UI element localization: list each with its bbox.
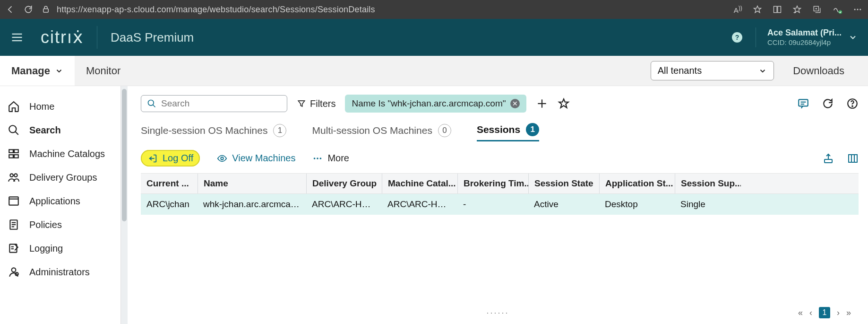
help-icon[interactable] bbox=[846, 97, 859, 110]
more-icon[interactable] bbox=[853, 5, 862, 14]
address-bar[interactable]: https://xenapp-ap-s.cloud.com/manage/web… bbox=[42, 5, 725, 15]
svg-rect-16 bbox=[9, 149, 13, 153]
tab-single-session[interactable]: Single-session OS Machines 1 bbox=[141, 124, 286, 141]
logoff-icon bbox=[147, 153, 158, 164]
sidebar-item-machine-catalogs[interactable]: Machine Catalogs bbox=[0, 142, 120, 166]
svg-rect-1 bbox=[774, 6, 777, 12]
tab-sessions[interactable]: Sessions 1 bbox=[477, 123, 539, 141]
star-icon[interactable] bbox=[558, 97, 570, 110]
logging-icon bbox=[8, 242, 20, 254]
pager-prev[interactable]: ‹ bbox=[809, 308, 812, 318]
add-icon[interactable] bbox=[536, 97, 548, 110]
tab-multi-session[interactable]: Multi-session OS Machines 0 bbox=[312, 124, 451, 141]
svg-point-46 bbox=[320, 158, 322, 159]
svg-point-20 bbox=[10, 174, 13, 177]
pager: ······ « ‹ 1 › » bbox=[128, 307, 868, 318]
svg-point-21 bbox=[14, 174, 17, 177]
browser-chrome: https://xenapp-ap-s.cloud.com/manage/web… bbox=[0, 0, 868, 19]
col-session-support[interactable]: Session Sup... bbox=[675, 174, 741, 193]
svg-point-33 bbox=[148, 100, 154, 106]
tab-monitor[interactable]: Monitor bbox=[75, 56, 132, 86]
resize-handle-icon[interactable]: ······ bbox=[486, 308, 509, 318]
app-header: citrıẋ DaaS Premium ? Ace Salamat (Pri..… bbox=[0, 19, 868, 56]
svg-rect-48 bbox=[849, 155, 857, 162]
col-current-user[interactable]: Current ... bbox=[141, 174, 198, 193]
col-brokering-time[interactable]: Brokering Tim... bbox=[457, 174, 528, 193]
toolbar: Filters Name Is "whk-jchan.arc.arcmcap.c… bbox=[141, 95, 859, 113]
sidebar-item-administrators[interactable]: Administrators bbox=[0, 260, 120, 284]
favorite-icon[interactable] bbox=[753, 5, 762, 14]
action-bar: Log Off View Machines More bbox=[141, 150, 859, 166]
sidebar-item-label: Delivery Groups bbox=[29, 172, 97, 183]
tab-count: 1 bbox=[273, 124, 286, 137]
action-label: Log Off bbox=[163, 153, 193, 164]
tab-manage[interactable]: Manage bbox=[0, 56, 75, 86]
sidebar-item-applications[interactable]: Applications bbox=[0, 189, 120, 213]
chevron-down-icon bbox=[848, 33, 858, 42]
svg-point-10 bbox=[859, 9, 861, 10]
user-name: Ace Salamat (Pri... bbox=[767, 27, 842, 38]
table-header: Current ... Name Delivery Group Machine … bbox=[141, 173, 859, 194]
tab-label: Monitor bbox=[86, 65, 120, 77]
svg-rect-19 bbox=[14, 155, 18, 158]
view-machines-button[interactable]: View Machines bbox=[217, 153, 295, 164]
brand-logo: citrıẋ bbox=[41, 27, 84, 47]
pager-last[interactable]: » bbox=[846, 308, 851, 318]
search-field[interactable] bbox=[161, 98, 281, 109]
search-icon bbox=[8, 124, 20, 136]
cell: Single bbox=[675, 199, 741, 210]
search-input[interactable] bbox=[141, 95, 287, 112]
user-menu[interactable]: Ace Salamat (Pri... CCID: 09u2684yjl4p bbox=[756, 27, 858, 47]
tab-label: Sessions bbox=[477, 124, 520, 135]
back-icon[interactable] bbox=[6, 5, 15, 14]
help-icon[interactable]: ? bbox=[732, 32, 742, 43]
product-name: DaaS Premium bbox=[111, 30, 194, 45]
downloads-link[interactable]: Downloads bbox=[774, 65, 868, 77]
svg-rect-17 bbox=[14, 149, 18, 153]
tab-label: Single-session OS Machines bbox=[141, 125, 267, 136]
pager-next[interactable]: › bbox=[837, 308, 840, 318]
pager-first[interactable]: « bbox=[798, 308, 803, 318]
col-machine-catalog[interactable]: Machine Catal... bbox=[382, 174, 457, 193]
sidebar-item-home[interactable]: Home bbox=[0, 95, 120, 118]
tenant-selected: All tenants bbox=[658, 65, 702, 76]
col-application-state[interactable]: Application St... bbox=[599, 174, 675, 193]
chip-remove-icon[interactable]: ✕ bbox=[510, 99, 520, 108]
pager-current[interactable]: 1 bbox=[819, 307, 830, 318]
favorites-list-icon[interactable] bbox=[792, 5, 802, 14]
svg-point-8 bbox=[854, 9, 856, 10]
columns-icon[interactable] bbox=[847, 153, 859, 164]
col-delivery-group[interactable]: Delivery Group bbox=[306, 174, 382, 193]
feedback-icon[interactable] bbox=[797, 97, 809, 110]
svg-point-41 bbox=[852, 106, 853, 107]
performance-icon[interactable] bbox=[832, 4, 842, 15]
more-button[interactable]: More bbox=[312, 153, 349, 164]
refresh-icon[interactable] bbox=[24, 5, 33, 14]
sidebar-item-label: Search bbox=[29, 125, 61, 136]
tenant-select[interactable]: All tenants bbox=[651, 61, 774, 80]
filter-chip[interactable]: Name Is "whk-jchan.arc.arcmcap.com" ✕ bbox=[345, 95, 526, 113]
col-session-state[interactable]: Session State bbox=[528, 174, 599, 193]
cell: ARC\ARC-HK-... bbox=[306, 199, 382, 210]
sidebar-item-delivery-groups[interactable]: Delivery Groups bbox=[0, 166, 120, 189]
chip-text: Name Is "whk-jchan.arc.arcmcap.com" bbox=[352, 98, 506, 109]
scrollbar[interactable] bbox=[121, 86, 128, 324]
sidebar-item-logging[interactable]: Logging bbox=[0, 236, 120, 260]
sidebar-item-policies[interactable]: Policies bbox=[0, 213, 120, 236]
read-aloud-icon[interactable]: A)) bbox=[734, 5, 742, 14]
menu-icon[interactable] bbox=[10, 31, 24, 44]
filters-button[interactable]: Filters bbox=[297, 98, 335, 109]
svg-rect-0 bbox=[43, 9, 49, 13]
col-name[interactable]: Name bbox=[198, 174, 306, 193]
logoff-button[interactable]: Log Off bbox=[141, 150, 200, 166]
action-label: View Machines bbox=[232, 153, 295, 164]
collections-icon[interactable] bbox=[812, 5, 822, 14]
export-icon[interactable] bbox=[823, 153, 834, 164]
svg-rect-2 bbox=[778, 6, 781, 12]
refresh-icon[interactable] bbox=[822, 97, 834, 110]
divider bbox=[97, 26, 97, 49]
table-row[interactable]: ARC\jchan whk-jchan.arc.arcmcap.co... AR… bbox=[141, 194, 859, 215]
split-screen-icon[interactable] bbox=[773, 5, 782, 14]
sidebar-item-search[interactable]: Search bbox=[0, 118, 120, 142]
filter-icon bbox=[297, 99, 306, 108]
